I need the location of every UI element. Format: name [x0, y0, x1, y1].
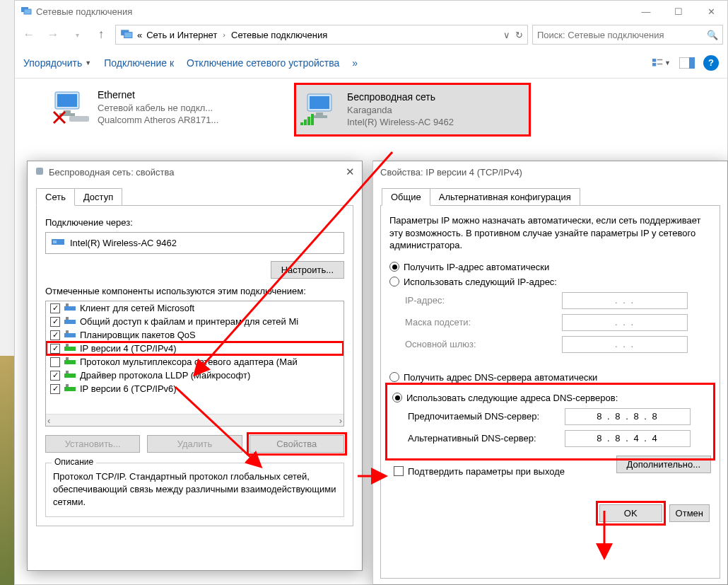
component-label: Клиент для сетей Microsoft [80, 303, 194, 313]
maximize-button[interactable]: ☐ [662, 1, 695, 22]
dialog-title: Беспроводная сеть: свойства ✕ [28, 161, 362, 183]
nav-forward-button[interactable]: → [43, 25, 63, 45]
remove-button[interactable]: Удалить [147, 435, 242, 453]
svg-rect-24 [311, 114, 314, 125]
checkbox-icon [394, 466, 404, 476]
svg-rect-30 [64, 320, 76, 324]
adapter-field: Intel(R) Wireless-AC 9462 [45, 232, 344, 254]
toolbar: Упорядочить▼ Подключение к Отключение се… [15, 47, 727, 79]
svg-rect-21 [300, 122, 303, 125]
svg-rect-9 [689, 57, 695, 69]
network-connections-icon [120, 28, 133, 41]
svg-rect-1 [24, 9, 31, 14]
checkbox-icon[interactable] [50, 344, 60, 354]
component-label: Драйвер протокола LLDP (Майкрософт) [80, 370, 250, 381]
connect-to-button[interactable]: Подключение к [104, 57, 174, 69]
search-box[interactable]: 🔍 [532, 25, 723, 45]
connection-device: Intel(R) Wireless-AC 9462 [347, 116, 454, 129]
tab-alternate[interactable]: Альтернативная конфигурация [430, 188, 580, 206]
help-icon[interactable]: ? [703, 55, 719, 71]
dns-block: Использовать следующие адреса DNS-сервер… [389, 387, 711, 456]
radio-manual-dns[interactable]: Использовать следующие адреса DNS-сервер… [392, 393, 708, 403]
cancel-button[interactable]: Отмен [669, 504, 710, 522]
svg-rect-11 [57, 94, 77, 107]
tab-access[interactable]: Доступ [74, 188, 122, 206]
configure-button[interactable]: Настроить... [271, 261, 344, 279]
preview-pane-icon[interactable] [678, 54, 696, 71]
subnet-mask-field[interactable]: . . . [562, 314, 688, 331]
radio-auto-dns[interactable]: Получить адрес DNS-сервера автоматически [389, 372, 711, 383]
component-row[interactable]: Планировщик пакетов QoS [46, 328, 344, 342]
component-label: Протокол мультиплексора сетевого адаптер… [80, 357, 298, 367]
component-icon [64, 384, 76, 394]
radio-manual-ip[interactable]: Использовать следующий IP-адрес: [389, 277, 711, 287]
svg-rect-20 [312, 115, 327, 118]
alternate-dns-field[interactable]: 8 . 8 . 4 . 4 [565, 430, 691, 447]
checkbox-icon[interactable] [50, 384, 60, 394]
svg-rect-7 [657, 63, 663, 64]
svg-rect-38 [64, 373, 76, 378]
nav-back-button[interactable]: ← [19, 25, 39, 45]
svg-rect-19 [316, 112, 323, 115]
search-input[interactable] [537, 30, 707, 40]
install-button[interactable]: Установить... [45, 435, 140, 453]
desktop-wallpaper-strip [0, 356, 14, 585]
tab-network[interactable]: Сеть [36, 188, 75, 206]
adapter-icon [35, 166, 45, 178]
radio-icon [392, 393, 402, 402]
checkbox-icon[interactable] [50, 357, 60, 367]
checkbox-icon[interactable] [50, 303, 60, 313]
minimize-button[interactable]: ― [630, 1, 662, 22]
checkbox-icon[interactable] [50, 371, 60, 381]
component-row[interactable]: Драйвер протокола LLDP (Майкрософт) [46, 369, 344, 382]
disable-device-button[interactable]: Отключение сетевого устройства [187, 57, 339, 69]
description-group: Описание Протокол TCP/IP. Стандартный пр… [45, 463, 344, 517]
svg-rect-4 [652, 58, 656, 62]
ok-button[interactable]: OK [599, 504, 662, 522]
advanced-button[interactable]: Дополнительно... [616, 456, 711, 473]
component-row[interactable]: IP версии 4 (TCP/IPv4) [46, 342, 344, 355]
breadcrumb-item[interactable]: Сетевые подключения [231, 30, 327, 40]
dialog-close-button[interactable]: ✕ [346, 166, 355, 178]
component-row[interactable]: Протокол мультиплексора сетевого адаптер… [46, 355, 344, 369]
nav-up-button[interactable]: ↑ [91, 25, 111, 45]
horizontal-scrollbar[interactable]: ‹› [46, 414, 344, 426]
breadcrumb[interactable]: « Сеть и Интернет › Сетевые подключения … [115, 25, 528, 45]
refresh-dropdown-icon[interactable]: ∨ ↻ [503, 30, 523, 40]
connection-ethernet[interactable]: Ethernet Сетевой кабель не подкл... Qual… [47, 83, 294, 132]
component-label: Общий доступ к файлам и принтерам для се… [80, 316, 298, 327]
component-icon [64, 357, 76, 367]
preferred-dns-field[interactable]: 8 . 8 . 8 . 8 [565, 408, 691, 425]
close-button[interactable]: ✕ [695, 1, 727, 22]
components-list[interactable]: Клиент для сетей Microsoft Общий доступ … [45, 301, 344, 427]
radio-auto-ip[interactable]: Получить IP-адрес автоматически [389, 262, 711, 272]
nav-history-button[interactable]: ▾ [67, 25, 87, 45]
checkbox-icon[interactable] [50, 317, 60, 327]
svg-rect-39 [66, 371, 69, 373]
search-icon[interactable]: 🔍 [707, 30, 718, 40]
organize-button[interactable]: Упорядочить▼ [23, 57, 91, 69]
properties-button[interactable]: Свойства [249, 435, 344, 453]
checkbox-icon[interactable] [50, 330, 60, 340]
view-options-icon[interactable]: ▼ [652, 54, 671, 71]
gateway-field[interactable]: . . . [562, 336, 688, 353]
connection-device: Qualcomm Atheros AR8171... [98, 114, 218, 127]
svg-rect-33 [66, 330, 69, 333]
radio-icon [389, 262, 399, 272]
ip-address-field[interactable]: . . . [562, 292, 688, 309]
breadcrumb-item[interactable]: Сеть и Интернет [146, 30, 217, 40]
svg-rect-41 [66, 384, 69, 387]
svg-rect-18 [310, 96, 329, 109]
wireless-icon [300, 93, 340, 127]
component-row[interactable]: Клиент для сетей Microsoft [46, 301, 344, 315]
component-row[interactable]: Общий доступ к файлам и принтерам для се… [46, 315, 344, 328]
connection-name: Беспроводная сеть [347, 91, 454, 104]
component-row[interactable]: IP версии 6 (TCP/IPv6) [46, 382, 344, 395]
connection-wireless[interactable]: Беспроводная сеть Karaganda Intel(R) Wir… [294, 83, 531, 137]
connection-status: Karaganda [347, 104, 454, 117]
tab-general[interactable]: Общие [382, 188, 430, 206]
svg-rect-23 [307, 117, 310, 125]
component-icon [64, 303, 76, 313]
toolbar-more-button[interactable]: » [352, 57, 358, 69]
component-icon [64, 344, 76, 354]
